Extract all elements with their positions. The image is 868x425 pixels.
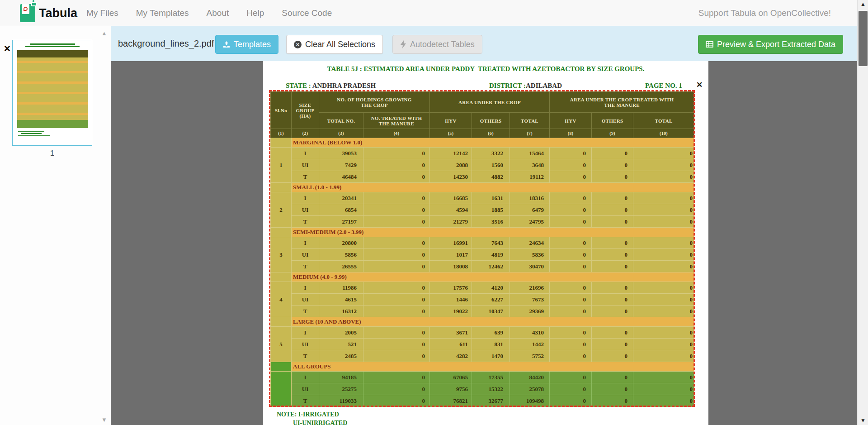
- district-line: DISTRICT :ADILABAD: [489, 82, 562, 90]
- thumbnail-page-number: 1: [12, 149, 92, 158]
- clear-all-selections-button[interactable]: ✕ Clear All Selections: [286, 35, 383, 54]
- note-line-2: UI-UNIRRIGATED: [293, 420, 347, 425]
- page-thumbnail[interactable]: [12, 40, 92, 146]
- clear-button-label: Clear All Selections: [305, 40, 375, 49]
- thumb-table-footer: [17, 120, 88, 128]
- autodetect-button-label: Autodetect Tables: [410, 40, 475, 49]
- selection-close-icon[interactable]: ✕: [696, 80, 703, 90]
- thumb-table-header: [17, 50, 88, 57]
- autodetect-tables-button[interactable]: Autodetect Tables: [392, 35, 482, 54]
- export-button-label: Preview & Export Extracted Data: [717, 40, 835, 49]
- thumb-note-line: [18, 135, 50, 136]
- remove-page-icon[interactable]: ✕: [4, 43, 11, 54]
- sidebar-scroll-down-icon[interactable]: ▼: [101, 416, 107, 423]
- lightning-icon: [400, 40, 406, 48]
- templates-button-label: Templates: [234, 40, 271, 49]
- remove-circle-icon: ✕: [294, 41, 302, 48]
- toolbar: background_lines_2.pdf Templates ✕ Clear…: [111, 26, 857, 61]
- district-value: ADILABAD: [526, 82, 562, 89]
- thumb-table: [17, 50, 88, 128]
- lock-icon: [31, 2, 37, 6]
- scrollbar-down-icon[interactable]: ▼: [858, 417, 868, 424]
- state-value: ANDHRA PRADESH: [312, 82, 376, 89]
- nav-item-help[interactable]: Help: [246, 8, 264, 18]
- thumbnail-sidebar: ▲ ✕ 1 ▼: [0, 26, 111, 425]
- pdf-swirl-icon: [24, 7, 28, 11]
- pdf-page[interactable]: TABLE 5J : ESTIMATED AREA UNDER PADDY TR…: [263, 61, 708, 425]
- nav-item-source-code[interactable]: Source Code: [282, 8, 332, 18]
- vertical-scrollbar[interactable]: ▲ ▼: [857, 0, 868, 425]
- top-navbar: Tabula My Files My Templates About Help …: [0, 0, 868, 26]
- page-no: PAGE NO. 1: [645, 82, 682, 90]
- thumb-title-line: [30, 43, 75, 45]
- current-filename: background_lines_2.pdf: [118, 38, 214, 49]
- document-viewport: TABLE 5J : ESTIMATED AREA UNDER PADDY TR…: [111, 61, 857, 425]
- preview-export-button[interactable]: Preview & Export Extracted Data: [698, 35, 843, 54]
- state-label: STATE :: [286, 82, 311, 89]
- thumb-note-line: [18, 131, 44, 132]
- state-line: STATE : ANDHRA PRADESH: [286, 82, 376, 90]
- support-link[interactable]: Support Tabula on OpenCollective!: [698, 8, 831, 18]
- table-list-icon: [706, 41, 713, 48]
- thumb-title-line: [25, 46, 80, 47]
- sidebar-scroll-up-icon[interactable]: ▲: [101, 30, 107, 37]
- save-icon: [223, 41, 230, 48]
- pdf-page-icon: [22, 4, 29, 14]
- note-line-1: NOTE: I-IRRIGATED: [277, 411, 339, 418]
- nav-item-about[interactable]: About: [207, 8, 229, 18]
- tabula-logo-icon: [20, 4, 35, 22]
- selection-box[interactable]: [269, 90, 695, 407]
- nav-item-my-templates[interactable]: My Templates: [136, 8, 189, 18]
- nav-links: My Files My Templates About Help Source …: [86, 0, 332, 26]
- templates-button[interactable]: Templates: [215, 35, 278, 54]
- tabula-app: Tabula My Files My Templates About Help …: [0, 0, 868, 425]
- scrollbar-up-icon[interactable]: ▲: [858, 1, 868, 7]
- district-label: DISTRICT :: [489, 82, 526, 89]
- pdf-table-title: TABLE 5J : ESTIMATED AREA UNDER PADDY TR…: [263, 65, 708, 73]
- brand-title: Tabula: [39, 6, 77, 20]
- nav-item-my-files[interactable]: My Files: [86, 8, 118, 18]
- scrollbar-thumb[interactable]: [859, 11, 868, 66]
- lock-shackle-icon: [32, 0, 35, 2]
- thumb-note-line: [21, 133, 42, 134]
